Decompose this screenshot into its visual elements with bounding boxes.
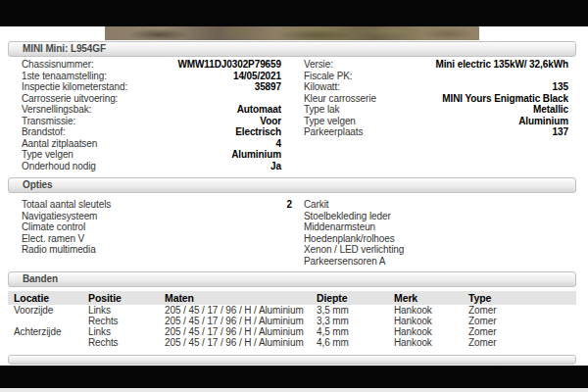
opties-column-left: Totaal aantal sleutels2NavigatiesysteemC… [8, 199, 292, 267]
tyre-row: VoorzijdeLinks205 / 45 / 17 / 96 / H / A… [8, 305, 576, 316]
optie-label: Hoedenplank/rolhoes [304, 233, 395, 245]
spec-row: Transmissie:Voor [22, 116, 281, 127]
tyres-column-header: Locatie [14, 291, 88, 305]
tyre-cell: Rechts [88, 337, 165, 348]
spec-label: Versie: [304, 59, 333, 71]
spec-value: 137 [553, 126, 568, 138]
section-bar-empty [8, 355, 576, 365]
spec-row: Versie:Mini electric 135kW/ 32,6kWh [304, 59, 568, 71]
top-frame-bar [0, 0, 588, 26]
optie-row: Xenon / LED verlichting [304, 244, 568, 256]
spec-row: Type velgenAluminium [22, 149, 281, 161]
spec-label: Kleur carrosserie [304, 93, 376, 105]
spec-value: WMW11DJ0302P79659 [177, 59, 281, 71]
tyre-cell: Links [88, 305, 165, 316]
spec-value: 4 [276, 138, 281, 150]
specs-column-right: Versie:Mini electric 135kW/ 32,6kWhFisca… [292, 59, 576, 172]
banden-title: Banden [23, 273, 58, 284]
spec-value: Voor [260, 116, 281, 127]
spec-label: Aantal zitplaatsen [22, 138, 97, 150]
spec-value: Metallic [533, 104, 568, 116]
tyre-cell: 205 / 45 / 17 / 96 / H / Aluminium [165, 305, 317, 316]
optie-label: Parkeersensoren A [304, 256, 385, 268]
tyres-table-header: LocatiePositieMatenDiepteMerkType [8, 291, 576, 305]
spec-label: 1ste tenaamstelling: [22, 71, 107, 82]
optie-label: Elect. ramen V [22, 233, 84, 245]
tyre-row: Rechts205 / 45 / 17 / 96 / H / Aluminium… [8, 337, 576, 348]
spec-label: Inspectie kilometerstand: [22, 81, 127, 93]
bottom-frame-bar [0, 366, 588, 388]
spec-row: Type velgenAluminium [304, 116, 568, 127]
tyre-cell: Zomer [468, 337, 572, 348]
tyre-cell: Hankook [394, 305, 468, 316]
opties-column-right: CarkitStoelbekleding lederMiddenarmsteun… [292, 199, 576, 267]
opties-section: Totaal aantal sleutels2NavigatiesysteemC… [8, 199, 576, 267]
specs-column-left: Chassisnummer:WMW11DJ0302P796591ste tena… [8, 59, 292, 172]
optie-row: Totaal aantal sleutels2 [22, 199, 292, 211]
optie-label: Xenon / LED verlichting [304, 244, 404, 256]
spec-row: Inspectie kilometerstand:35897 [22, 81, 281, 93]
spec-label: Versnellingsbak: [22, 104, 91, 116]
section-header-banden: Banden [8, 271, 576, 287]
spec-label: Parkeerplaats [304, 126, 363, 138]
tyre-cell: Zomer [468, 305, 572, 316]
spec-value: Aluminium [518, 116, 568, 127]
spec-label: Kilowatt: [304, 81, 340, 93]
spec-row: Kilowatt:135 [304, 81, 568, 93]
tyre-cell: 205 / 45 / 17 / 96 / H / Aluminium [165, 326, 317, 337]
tyre-cell: Zomer [468, 316, 572, 326]
tyres-table-body: VoorzijdeLinks205 / 45 / 17 / 96 / H / A… [8, 305, 576, 348]
optie-row: Stoelbekleding leder [304, 211, 568, 222]
tyre-cell: 3,3 mm [317, 316, 394, 326]
spec-value: Electrisch [235, 126, 281, 138]
tyre-cell: Hankook [394, 337, 468, 348]
page-title: MINI Mini: L954GF [23, 43, 106, 54]
opties-title: Opties [23, 179, 53, 190]
optie-row: Radio multimedia [22, 244, 292, 256]
spec-value: Automaat [237, 104, 281, 116]
spec-row: 1ste tenaamstelling:14/05/2021 [22, 71, 281, 82]
spec-value: 135 [553, 81, 568, 93]
tyre-cell: 205 / 45 / 17 / 96 / H / Aluminium [165, 316, 317, 326]
tyre-cell [14, 316, 88, 326]
spec-value: Aluminium [231, 149, 281, 161]
spec-row: Kleur carrosserieMINI Yours Enigmatic Bl… [304, 93, 568, 105]
tyre-cell: 205 / 45 / 17 / 96 / H / Aluminium [165, 337, 317, 348]
spec-row: Type lakMetallic [304, 104, 568, 116]
spec-label: Transmissie: [22, 116, 75, 127]
spec-value: Ja [270, 161, 281, 172]
spec-row: Parkeerplaats137 [304, 126, 568, 138]
spec-row: Brandstof:Electrisch [22, 126, 281, 138]
optie-row: Hoedenplank/rolhoes [304, 233, 568, 245]
spec-label: Type velgen [304, 116, 356, 127]
optie-label: Navigatiesysteem [22, 211, 97, 222]
tyres-table: LocatiePositieMatenDiepteMerkType Voorzi… [8, 291, 576, 348]
spec-value: 14/05/2021 [233, 71, 281, 82]
tyre-cell: 3,5 mm [317, 305, 394, 316]
spec-value: 35897 [255, 81, 281, 93]
tyre-cell: 4,6 mm [317, 337, 394, 348]
page-title-bar: MINI Mini: L954GF [8, 41, 576, 57]
spec-label: Fiscale PK: [304, 71, 352, 82]
optie-label: Middenarmsteun [304, 221, 375, 233]
tyre-cell: 4,5 mm [317, 326, 394, 337]
tyre-cell: Achterzijde [14, 326, 88, 337]
specs-section: Chassisnummer:WMW11DJ0302P796591ste tena… [8, 59, 576, 172]
optie-row: Elect. ramen V [22, 233, 292, 245]
optie-label: Radio multimedia [22, 244, 96, 256]
tyre-row: AchterzijdeLinks205 / 45 / 17 / 96 / H /… [8, 326, 576, 337]
tyre-cell: Zomer [468, 326, 572, 337]
spec-label: Carrosserie uitvoering: [22, 93, 118, 105]
optie-label: Climate control [22, 221, 85, 233]
tyres-column-header: Maten [165, 291, 317, 305]
spec-row: Aantal zitplaatsen4 [22, 138, 281, 150]
tyre-cell [14, 337, 88, 348]
spec-label: Brandstof: [22, 126, 66, 138]
spec-row: Versnellingsbak:Automaat [22, 104, 281, 116]
spec-value: MINI Yours Enigmatic Black [442, 93, 568, 105]
tyre-cell: Rechts [88, 316, 165, 326]
optie-row: Parkeersensoren A [304, 256, 568, 268]
tyre-cell: Links [88, 326, 165, 337]
spec-label: Type velgen [22, 149, 74, 161]
tyres-column-header: Diepte [317, 291, 394, 305]
